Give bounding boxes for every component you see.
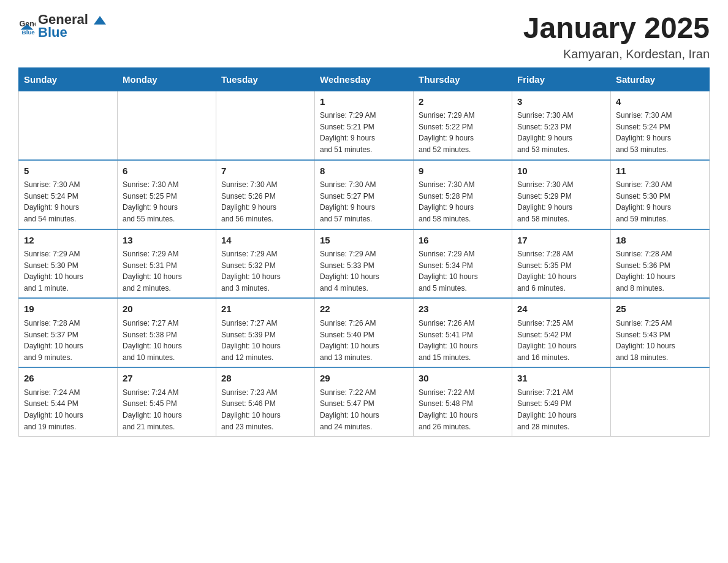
logo: General Blue General Blue: [18, 12, 108, 40]
calendar-day-cell: 28Sunrise: 7:23 AM Sunset: 5:46 PM Dayli…: [216, 367, 315, 436]
day-info: Sunrise: 7:24 AM Sunset: 5:45 PM Dayligh…: [123, 388, 182, 431]
col-thursday: Thursday: [414, 67, 512, 91]
calendar-day-cell: 5Sunrise: 7:30 AM Sunset: 5:24 PM Daylig…: [19, 160, 118, 229]
day-number: 8: [320, 164, 408, 178]
calendar-day-cell: 20Sunrise: 7:27 AM Sunset: 5:38 PM Dayli…: [118, 298, 216, 367]
calendar-day-cell: 26Sunrise: 7:24 AM Sunset: 5:44 PM Dayli…: [19, 367, 118, 436]
day-info: Sunrise: 7:22 AM Sunset: 5:48 PM Dayligh…: [419, 388, 478, 431]
svg-text:Blue: Blue: [22, 29, 36, 35]
calendar-day-cell: 4Sunrise: 7:30 AM Sunset: 5:24 PM Daylig…: [611, 91, 710, 159]
day-number: 3: [517, 95, 605, 109]
calendar-day-cell: 2Sunrise: 7:29 AM Sunset: 5:22 PM Daylig…: [414, 91, 512, 159]
col-sunday: Sunday: [19, 67, 118, 91]
day-info: Sunrise: 7:30 AM Sunset: 5:27 PM Dayligh…: [320, 180, 376, 223]
calendar-header-row: Sunday Monday Tuesday Wednesday Thursday…: [19, 67, 710, 91]
col-wednesday: Wednesday: [315, 67, 414, 91]
day-number: 29: [320, 372, 408, 386]
logo-icon: General Blue: [18, 18, 36, 35]
calendar-week-row: 26Sunrise: 7:24 AM Sunset: 5:44 PM Dayli…: [19, 367, 710, 436]
calendar-day-cell: 18Sunrise: 7:28 AM Sunset: 5:36 PM Dayli…: [611, 229, 710, 299]
calendar-day-cell: 29Sunrise: 7:22 AM Sunset: 5:47 PM Dayli…: [315, 367, 414, 436]
day-info: Sunrise: 7:30 AM Sunset: 5:29 PM Dayligh…: [517, 180, 573, 223]
calendar-day-cell: 16Sunrise: 7:29 AM Sunset: 5:34 PM Dayli…: [414, 229, 512, 299]
day-info: Sunrise: 7:30 AM Sunset: 5:30 PM Dayligh…: [616, 180, 672, 223]
day-info: Sunrise: 7:26 AM Sunset: 5:41 PM Dayligh…: [419, 319, 478, 362]
day-info: Sunrise: 7:30 AM Sunset: 5:25 PM Dayligh…: [123, 180, 178, 223]
day-number: 19: [24, 302, 112, 316]
day-info: Sunrise: 7:23 AM Sunset: 5:46 PM Dayligh…: [221, 388, 281, 431]
day-info: Sunrise: 7:21 AM Sunset: 5:49 PM Dayligh…: [517, 388, 577, 431]
col-monday: Monday: [118, 67, 216, 91]
col-tuesday: Tuesday: [216, 67, 315, 91]
day-number: 23: [419, 302, 507, 316]
calendar-day-cell: 30Sunrise: 7:22 AM Sunset: 5:48 PM Dayli…: [414, 367, 512, 436]
day-info: Sunrise: 7:30 AM Sunset: 5:24 PM Dayligh…: [24, 180, 80, 223]
calendar-day-cell: 24Sunrise: 7:25 AM Sunset: 5:42 PM Dayli…: [512, 298, 611, 367]
calendar-day-cell: [611, 367, 710, 436]
calendar-day-cell: 21Sunrise: 7:27 AM Sunset: 5:39 PM Dayli…: [216, 298, 315, 367]
calendar-week-row: 19Sunrise: 7:28 AM Sunset: 5:37 PM Dayli…: [19, 298, 710, 367]
day-info: Sunrise: 7:30 AM Sunset: 5:26 PM Dayligh…: [221, 180, 277, 223]
calendar-day-cell: 8Sunrise: 7:30 AM Sunset: 5:27 PM Daylig…: [315, 160, 414, 229]
day-number: 4: [616, 95, 704, 109]
day-number: 25: [616, 302, 704, 316]
calendar-day-cell: 15Sunrise: 7:29 AM Sunset: 5:33 PM Dayli…: [315, 229, 414, 299]
day-number: 9: [419, 164, 507, 178]
day-info: Sunrise: 7:30 AM Sunset: 5:28 PM Dayligh…: [419, 180, 474, 223]
day-info: Sunrise: 7:29 AM Sunset: 5:30 PM Dayligh…: [24, 250, 83, 293]
calendar-week-row: 1Sunrise: 7:29 AM Sunset: 5:21 PM Daylig…: [19, 91, 710, 159]
day-info: Sunrise: 7:26 AM Sunset: 5:40 PM Dayligh…: [320, 319, 379, 362]
day-number: 28: [221, 372, 309, 386]
logo-blue: Blue: [38, 25, 108, 40]
svg-marker-3: [94, 16, 106, 25]
day-number: 11: [616, 164, 704, 178]
day-info: Sunrise: 7:29 AM Sunset: 5:32 PM Dayligh…: [221, 250, 281, 293]
calendar-day-cell: 19Sunrise: 7:28 AM Sunset: 5:37 PM Dayli…: [19, 298, 118, 367]
calendar-day-cell: 17Sunrise: 7:28 AM Sunset: 5:35 PM Dayli…: [512, 229, 611, 299]
location-title: Kamyaran, Kordestan, Iran: [523, 47, 710, 61]
calendar-day-cell: [19, 91, 118, 159]
calendar-day-cell: 25Sunrise: 7:25 AM Sunset: 5:43 PM Dayli…: [611, 298, 710, 367]
day-info: Sunrise: 7:30 AM Sunset: 5:23 PM Dayligh…: [517, 111, 573, 154]
calendar-day-cell: 31Sunrise: 7:21 AM Sunset: 5:49 PM Dayli…: [512, 367, 611, 436]
day-info: Sunrise: 7:29 AM Sunset: 5:21 PM Dayligh…: [320, 111, 376, 154]
page-header: General Blue General Blue January 2025 K…: [18, 12, 710, 61]
day-number: 12: [24, 234, 112, 248]
day-number: 30: [419, 372, 507, 386]
day-number: 17: [517, 234, 605, 248]
calendar-day-cell: [216, 91, 315, 159]
day-info: Sunrise: 7:28 AM Sunset: 5:36 PM Dayligh…: [616, 250, 675, 293]
calendar-day-cell: 11Sunrise: 7:30 AM Sunset: 5:30 PM Dayli…: [611, 160, 710, 229]
day-number: 27: [123, 372, 211, 386]
day-info: Sunrise: 7:28 AM Sunset: 5:35 PM Dayligh…: [517, 250, 577, 293]
day-number: 16: [419, 234, 507, 248]
logo-triangle: [93, 15, 107, 26]
day-info: Sunrise: 7:30 AM Sunset: 5:24 PM Dayligh…: [616, 111, 672, 154]
day-info: Sunrise: 7:28 AM Sunset: 5:37 PM Dayligh…: [24, 319, 83, 362]
day-number: 5: [24, 164, 112, 178]
calendar-week-row: 5Sunrise: 7:30 AM Sunset: 5:24 PM Daylig…: [19, 160, 710, 229]
month-title: January 2025: [523, 12, 710, 45]
day-number: 1: [320, 95, 408, 109]
day-number: 14: [221, 234, 309, 248]
calendar-day-cell: 14Sunrise: 7:29 AM Sunset: 5:32 PM Dayli…: [216, 229, 315, 299]
calendar-day-cell: [118, 91, 216, 159]
day-number: 6: [123, 164, 211, 178]
day-number: 26: [24, 372, 112, 386]
day-info: Sunrise: 7:29 AM Sunset: 5:31 PM Dayligh…: [123, 250, 182, 293]
calendar-table: Sunday Monday Tuesday Wednesday Thursday…: [18, 67, 710, 437]
calendar-week-row: 12Sunrise: 7:29 AM Sunset: 5:30 PM Dayli…: [19, 229, 710, 299]
day-number: 7: [221, 164, 309, 178]
day-number: 10: [517, 164, 605, 178]
calendar-day-cell: 22Sunrise: 7:26 AM Sunset: 5:40 PM Dayli…: [315, 298, 414, 367]
day-info: Sunrise: 7:24 AM Sunset: 5:44 PM Dayligh…: [24, 388, 83, 431]
day-number: 31: [517, 372, 605, 386]
calendar-day-cell: 13Sunrise: 7:29 AM Sunset: 5:31 PM Dayli…: [118, 229, 216, 299]
day-number: 18: [616, 234, 704, 248]
col-saturday: Saturday: [611, 67, 710, 91]
day-number: 20: [123, 302, 211, 316]
day-info: Sunrise: 7:27 AM Sunset: 5:39 PM Dayligh…: [221, 319, 281, 362]
calendar-day-cell: 6Sunrise: 7:30 AM Sunset: 5:25 PM Daylig…: [118, 160, 216, 229]
day-info: Sunrise: 7:27 AM Sunset: 5:38 PM Dayligh…: [123, 319, 182, 362]
day-number: 15: [320, 234, 408, 248]
